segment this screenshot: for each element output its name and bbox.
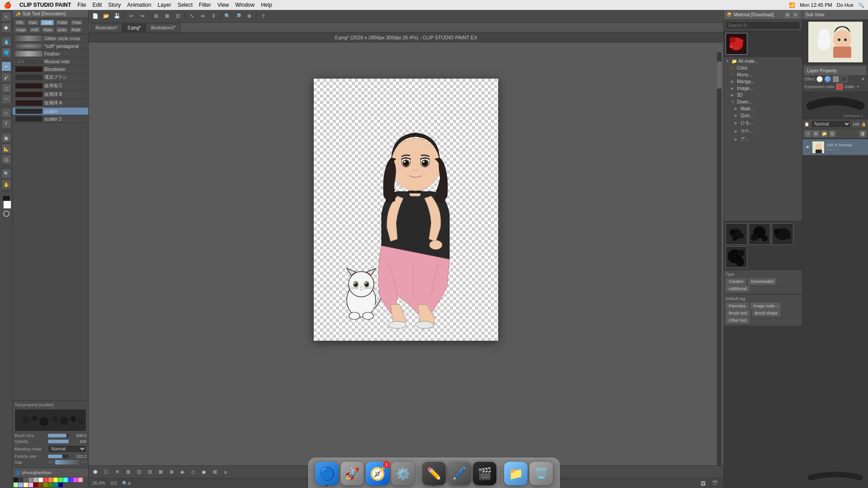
effect-square-gray[interactable] (833, 76, 839, 82)
dock-csp-icon[interactable]: ✏️ (422, 462, 446, 485)
effect-close[interactable]: ✕ (860, 76, 866, 82)
effect-square-dark[interactable] (841, 76, 847, 82)
palette-color-1[interactable] (14, 478, 18, 482)
brush-item-glitter[interactable]: Glitter circle cross (13, 35, 88, 42)
blending-select[interactable]: Normal (48, 445, 86, 453)
search-menubar-icon[interactable]: 🔍 (858, 2, 864, 8)
tool-gradient[interactable]: ▣ (1, 133, 11, 143)
subtab-natu[interactable]: Natu (42, 27, 55, 33)
tool-hand[interactable]: ✋ (1, 179, 11, 189)
brush-item-denryu[interactable]: 電流ブラシ (13, 73, 88, 82)
effect-circle-white[interactable] (816, 76, 823, 82)
tool-pen[interactable]: ✒ (1, 61, 11, 71)
palette-color-3[interactable] (24, 478, 28, 482)
btn-deselect[interactable]: ⊠ (162, 12, 172, 21)
btn-redo[interactable]: ↪ (137, 12, 147, 21)
transparent-color[interactable] (3, 211, 9, 217)
btn-menu[interactable]: ≡ (221, 468, 231, 477)
palette-color-8[interactable] (48, 478, 53, 482)
mat-thumb-3[interactable] (772, 223, 793, 245)
canvas-viewport[interactable] (89, 42, 723, 465)
btn-select-all[interactable]: ⊞ (151, 12, 161, 21)
brush-item-scatter[interactable]: scatter (13, 108, 88, 115)
btn-stroke-sel[interactable]: ◇ (188, 468, 198, 477)
tree-a[interactable]: ▶ ア... (724, 135, 802, 143)
palette-color-20[interactable] (38, 483, 43, 487)
btn-undo[interactable]: ↩ (126, 12, 136, 21)
tool-brush[interactable]: 🖌 (1, 72, 11, 82)
dock-sysprefs-icon[interactable]: ⚙️ (391, 462, 415, 485)
palette-color-11[interactable] (63, 478, 68, 482)
color-swatch[interactable] (836, 84, 843, 90)
btn-help[interactable]: ? (258, 12, 268, 21)
subtab-patte[interactable]: Patte (55, 19, 69, 26)
layer-mask[interactable]: ⊟ (829, 130, 836, 137)
btn-expand[interactable]: ⊡ (134, 468, 144, 477)
layer-group[interactable]: 📁 (821, 130, 828, 137)
tool-lasso[interactable]: ⬟ (1, 23, 11, 33)
btn-transform[interactable]: ⤡ (187, 12, 197, 21)
menu-help[interactable]: Help (261, 2, 272, 8)
dock-files-icon[interactable]: 📁 (504, 462, 528, 485)
palette-color-6[interactable] (38, 478, 43, 482)
palette-color-10[interactable] (58, 478, 63, 482)
menu-file[interactable]: File (77, 2, 86, 8)
dock-launchpad-icon[interactable]: 🚀 (340, 462, 364, 485)
menu-layer[interactable]: Layer (158, 2, 171, 8)
tool-fill[interactable]: 🪣 (1, 47, 11, 57)
tool-select[interactable]: ↖ (1, 12, 11, 22)
btn-lasso[interactable]: ⬟ (90, 468, 100, 477)
layer-visibility-toggle[interactable]: 👁 (804, 144, 811, 150)
btn-zoom-in[interactable]: 🔍 (222, 12, 232, 21)
dock-safari[interactable]: 🧭 1 (366, 462, 389, 485)
opacity-slider[interactable] (48, 440, 69, 443)
mat-thumb-1[interactable] (726, 223, 747, 245)
palette-color-15[interactable] (14, 483, 18, 487)
btn-flip-h[interactable]: ⇔ (198, 12, 208, 21)
mat-thumb-2[interactable] (749, 223, 770, 245)
layer-copy[interactable]: ⊕ (812, 130, 820, 137)
background-color[interactable] (3, 201, 11, 209)
tree-mono[interactable]: ✕ Mono... (724, 71, 802, 78)
tree-manga[interactable]: ▶ Manga... (724, 78, 802, 85)
apple-menu[interactable]: 🍎 (4, 1, 11, 9)
tool-zoom[interactable]: 🔍 (1, 169, 11, 178)
palette-color-16[interactable] (19, 483, 23, 487)
status-animation[interactable]: 🎬 (710, 479, 720, 488)
subtab-hatc[interactable]: Hatc (27, 19, 40, 26)
tag-downloaded[interactable]: Downloaded (748, 278, 776, 285)
btn-zoom-out[interactable]: 🔎 (233, 12, 243, 21)
material-close[interactable]: ✕ (792, 11, 799, 19)
dock-launchpad[interactable]: 🚀 (340, 462, 364, 485)
effect-circle-blue[interactable] (825, 76, 831, 82)
tag-additional[interactable]: Additional (726, 286, 750, 292)
subtab-cloth[interactable]: Cloth (40, 19, 54, 26)
brush-size-slider[interactable] (48, 434, 69, 437)
palette-color-7[interactable] (43, 478, 48, 482)
tool-frame[interactable]: ⊡ (1, 155, 11, 164)
tree-quic[interactable]: ▶ Quic... (724, 112, 802, 119)
tool-blend[interactable]: 〰 (1, 94, 11, 104)
subtab-effe[interactable]: Effe (14, 19, 26, 26)
palette-color-22[interactable] (48, 483, 53, 487)
brush-item-bloodstain[interactable]: Bloodstain (13, 66, 88, 73)
palette-color-21[interactable] (43, 483, 48, 487)
subtab-actio[interactable]: actio (56, 27, 69, 33)
tree-mate[interactable]: ▶ Mate... (724, 105, 802, 112)
menu-view[interactable]: View (217, 2, 229, 8)
tree-color[interactable]: ✕ Color (724, 65, 802, 71)
subtab-artif[interactable]: Artif (29, 27, 41, 33)
dock-sysprefs[interactable]: ⚙️ (391, 462, 415, 485)
status-frame[interactable]: 🖼 (698, 479, 708, 488)
palette-color-14[interactable] (78, 478, 83, 482)
palette-color-5[interactable] (33, 478, 38, 482)
material-settings[interactable]: ⚙ (784, 11, 791, 19)
brush-item-feather[interactable]: Feather (13, 50, 88, 58)
dock-finder[interactable]: 🔵 (315, 462, 339, 485)
palette-color-2[interactable] (19, 478, 23, 482)
tree-kake[interactable]: ▶ カケ... (724, 127, 802, 135)
canvas-scrollbar-v[interactable] (717, 52, 722, 465)
menu-edit[interactable]: Edit (93, 2, 102, 8)
subtab-flow[interactable]: Flow (70, 19, 83, 26)
btn-invert-sel[interactable]: ⊠ (156, 468, 165, 477)
